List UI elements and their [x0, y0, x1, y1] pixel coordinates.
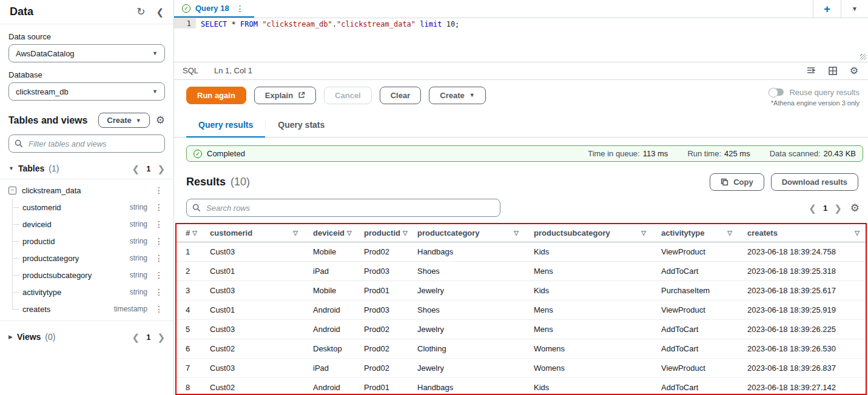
kebab-menu-icon[interactable]: ⋮: [234, 4, 246, 13]
column-tree-item[interactable]: customerid string ⋮: [12, 199, 165, 216]
sql-editor[interactable]: 1 SELECT * FROM "clickstream_db"."clicks…: [174, 18, 868, 62]
download-results-button[interactable]: Download results: [771, 173, 858, 191]
triangle-down-icon[interactable]: ▼: [8, 165, 14, 171]
column-tree-item[interactable]: deviceid string ⋮: [12, 216, 165, 233]
new-query-tab-button[interactable]: +: [813, 2, 841, 16]
column-tree-item[interactable]: productid string ⋮: [12, 233, 165, 250]
views-count: (0): [45, 332, 55, 342]
kebab-menu-icon[interactable]: ⋮: [153, 253, 165, 263]
column-header[interactable]: deviceid ▽: [304, 224, 355, 242]
tab-query-stats[interactable]: Query stats: [266, 113, 337, 137]
chevron-left-icon[interactable]: ❮: [809, 204, 816, 213]
table-tree-item[interactable]: − clickstream_data ⋮: [8, 182, 165, 199]
table-cell: 6: [177, 339, 201, 358]
sort-icon[interactable]: ▽: [641, 230, 646, 236]
sort-icon[interactable]: ▽: [192, 230, 197, 236]
table-cell: Desktop: [304, 339, 355, 358]
create-button-label: Create: [107, 116, 131, 125]
table-row: 8Cust02AndroidProd01HandbagsKidsAddToCar…: [177, 377, 866, 395]
column-header[interactable]: activitytype ▽: [652, 224, 738, 242]
create-button[interactable]: Create ▼: [429, 87, 485, 104]
kebab-menu-icon[interactable]: ⋮: [153, 202, 165, 212]
sql-token: limit: [420, 20, 442, 28]
chevron-left-icon[interactable]: ❮: [132, 333, 140, 342]
database-select[interactable]: clickstream_db ▼: [8, 82, 165, 101]
collapse-tree-icon[interactable]: −: [8, 187, 16, 194]
kebab-menu-icon[interactable]: ⋮: [153, 270, 165, 280]
cancel-button[interactable]: Cancel: [324, 87, 372, 104]
copy-button[interactable]: Copy: [710, 173, 764, 191]
create-table-button[interactable]: Create ▼: [98, 113, 149, 128]
results-pagination: ❮ 1 ❯: [809, 204, 841, 213]
caret-down-icon: ▼: [152, 50, 158, 56]
table-cell: Android: [304, 319, 355, 339]
kebab-menu-icon[interactable]: ⋮: [153, 304, 165, 314]
collapse-panel-icon[interactable]: ❮: [156, 7, 164, 18]
explain-button[interactable]: Explain: [254, 87, 316, 104]
refresh-icon[interactable]: ↻: [136, 5, 145, 18]
data-source-field: Data source AwsDataCatalog ▼: [8, 32, 165, 62]
gear-icon[interactable]: ⚙: [850, 203, 860, 213]
tab-bar-actions: + ▼: [813, 0, 868, 18]
column-header[interactable]: productid ▽: [355, 224, 408, 242]
table-cell: Cust01: [201, 261, 304, 280]
column-header[interactable]: createts ▽: [738, 224, 866, 242]
table-cell: Prod02: [355, 358, 408, 377]
column-name: activitytype: [22, 288, 130, 297]
chevron-right-icon[interactable]: ❯: [834, 204, 842, 213]
format-query-icon[interactable]: [806, 66, 816, 76]
column-tree-item[interactable]: productcategory string ⋮: [12, 250, 165, 267]
sort-icon[interactable]: ▽: [727, 230, 732, 236]
table-cell: Mens: [525, 319, 652, 339]
table-cell: 2023-06-18 18:39:25.919: [738, 300, 866, 319]
results-tabs: Query results Query stats: [174, 113, 868, 138]
sort-icon[interactable]: ▽: [514, 230, 519, 236]
sql-token: [442, 20, 446, 28]
sort-icon[interactable]: ▽: [855, 230, 860, 236]
tables-pagination: ❮ 1 ❯: [132, 164, 165, 173]
data-source-select[interactable]: AwsDataCatalog ▼: [8, 44, 165, 62]
column-header[interactable]: customerid ▽: [201, 224, 304, 242]
gear-icon[interactable]: ⚙: [850, 66, 858, 76]
filter-tables-input[interactable]: [27, 139, 159, 149]
column-header[interactable]: # ▽: [177, 224, 201, 242]
reuse-toggle[interactable]: [769, 88, 784, 96]
column-tree-item[interactable]: activitytype string ⋮: [12, 284, 165, 300]
table-body: 1Cust03MobileProd02HandbagsKidsViewProdu…: [177, 242, 866, 395]
sort-icon[interactable]: ▽: [403, 230, 408, 236]
page-number[interactable]: 1: [146, 164, 150, 173]
tab-query-results[interactable]: Query results: [186, 113, 265, 137]
kebab-menu-icon[interactable]: ⋮: [153, 236, 165, 246]
grid-view-icon[interactable]: [828, 66, 838, 76]
chevron-left-icon[interactable]: ❮: [132, 164, 140, 173]
results-table: # ▽ customerid ▽ deviceid ▽ productid ▽ …: [177, 224, 866, 395]
page-number[interactable]: 1: [146, 333, 150, 342]
tab-query-18[interactable]: ✓ Query 18 ⋮: [174, 0, 254, 18]
sort-icon[interactable]: ▽: [293, 230, 298, 236]
sql-token: ;: [455, 20, 459, 28]
kebab-menu-icon[interactable]: ⋮: [153, 287, 165, 297]
column-header[interactable]: productsubcategory ▽: [525, 224, 652, 242]
column-tree-item[interactable]: createts timestamp ⋮: [12, 300, 165, 317]
chevron-right-icon[interactable]: ❯: [157, 333, 165, 342]
clear-button[interactable]: Clear: [380, 87, 422, 104]
chevron-right-icon[interactable]: ❯: [157, 164, 165, 173]
search-rows-input[interactable]: [205, 203, 494, 213]
kebab-menu-icon[interactable]: ⋮: [153, 219, 165, 229]
sort-icon[interactable]: ▽: [347, 230, 352, 236]
tab-list-caret-icon[interactable]: ▼: [841, 5, 868, 12]
table-cell: 4: [177, 300, 201, 319]
sql-code-line[interactable]: SELECT * FROM "clickstream_db"."clickstr…: [196, 18, 459, 62]
gear-icon[interactable]: ⚙: [156, 115, 165, 125]
column-name: deviceid: [22, 220, 130, 229]
column-tree-item[interactable]: productsubcategory string ⋮: [12, 267, 165, 284]
column-header[interactable]: productcategory ▽: [408, 224, 525, 242]
column-header-label: createts: [747, 228, 778, 237]
page-number[interactable]: 1: [823, 204, 827, 213]
table-cell: Clothing: [408, 339, 525, 358]
resize-handle-icon[interactable]: [860, 54, 866, 60]
triangle-right-icon[interactable]: ▶: [8, 334, 13, 340]
kebab-menu-icon[interactable]: ⋮: [153, 185, 165, 195]
database-label: Database: [8, 70, 165, 79]
run-again-button[interactable]: Run again: [186, 87, 246, 104]
